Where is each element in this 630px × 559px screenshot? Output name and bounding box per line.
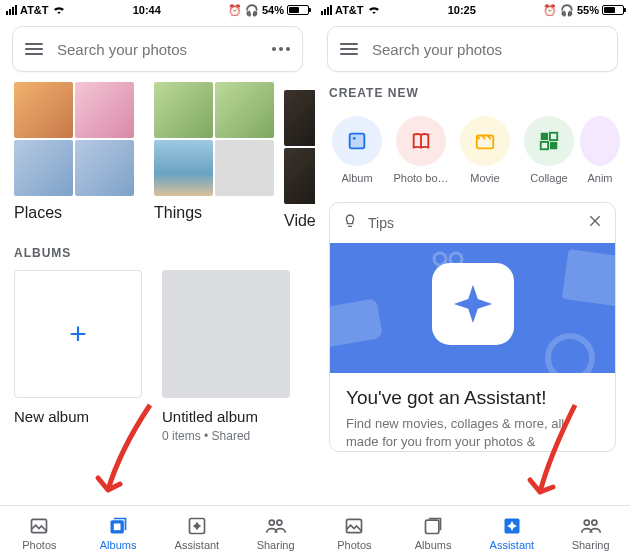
book-icon xyxy=(396,116,446,166)
nav-photos[interactable]: Photos xyxy=(0,506,79,559)
clock: 10:44 xyxy=(66,4,228,16)
albums-row: + New album Untitled album 0 items • Sha… xyxy=(0,270,315,443)
create-animation[interactable]: Anim xyxy=(585,116,615,184)
status-bar: AT&T 10:25 ⏰ 🎧 55% xyxy=(315,0,630,20)
alarm-icon: ⏰ xyxy=(543,4,557,17)
sharing-icon xyxy=(580,515,602,537)
signal-icon xyxy=(6,5,17,15)
thumb xyxy=(14,140,73,196)
menu-icon[interactable] xyxy=(340,43,358,55)
create-label: Album xyxy=(329,172,385,184)
albums-icon xyxy=(422,515,444,537)
battery-pct: 54% xyxy=(262,4,284,16)
thumb xyxy=(154,140,213,196)
nav-label: Sharing xyxy=(257,539,295,551)
new-album-card[interactable]: + New album xyxy=(14,270,142,443)
tips-label: Tips xyxy=(368,215,577,231)
album-title: Untitled album xyxy=(162,408,290,425)
albums-header: ALBUMS xyxy=(0,222,315,270)
svg-point-20 xyxy=(591,520,596,525)
anim-icon xyxy=(580,116,620,166)
nav-label: Sharing xyxy=(572,539,610,551)
nav-photos[interactable]: Photos xyxy=(315,506,394,559)
thumb xyxy=(215,140,274,196)
headphones-icon: 🎧 xyxy=(560,4,574,17)
create-label: Photo bo… xyxy=(393,172,449,184)
tips-card: Tips You've got an Assistant! Find new m… xyxy=(329,202,616,452)
category-label: Things xyxy=(154,204,274,222)
category-places[interactable]: Places xyxy=(14,82,134,222)
albums-icon xyxy=(107,515,129,537)
svg-rect-13 xyxy=(550,142,557,149)
nav-label: Assistant xyxy=(490,539,535,551)
more-icon[interactable] xyxy=(272,47,290,51)
search-bar[interactable]: Search your photos xyxy=(327,26,618,72)
sparkle-icon xyxy=(432,263,514,345)
assistant-icon xyxy=(501,515,523,537)
signal-icon xyxy=(321,5,332,15)
nav-albums[interactable]: Albums xyxy=(79,506,158,559)
assistant-icon xyxy=(186,515,208,537)
category-things[interactable]: Things xyxy=(154,82,274,222)
battery-icon xyxy=(287,5,309,15)
sharing-icon xyxy=(265,515,287,537)
album-icon xyxy=(332,116,382,166)
category-row: Places Things xyxy=(0,82,315,222)
nav-label: Albums xyxy=(415,539,452,551)
close-icon[interactable] xyxy=(587,213,603,233)
nav-sharing[interactable]: Sharing xyxy=(236,506,315,559)
create-label: Anim xyxy=(585,172,615,184)
svg-rect-7 xyxy=(350,134,365,149)
album-title: New album xyxy=(14,408,142,425)
nav-label: Assistant xyxy=(175,539,220,551)
thumb xyxy=(215,82,274,138)
thumb xyxy=(75,140,134,196)
nav-label: Photos xyxy=(22,539,56,551)
create-photobook[interactable]: Photo bo… xyxy=(393,116,449,184)
wifi-icon xyxy=(52,4,66,16)
nav-label: Albums xyxy=(100,539,137,551)
nav-assistant[interactable]: Assistant xyxy=(473,506,552,559)
album-subtitle: 0 items • Shared xyxy=(162,429,290,443)
nav-label: Photos xyxy=(337,539,371,551)
status-bar: AT&T 10:44 ⏰ 🎧 54% xyxy=(0,0,315,20)
create-album[interactable]: Album xyxy=(329,116,385,184)
create-new-header: CREATE NEW xyxy=(315,82,630,110)
assistant-screen: AT&T 10:25 ⏰ 🎧 55% Search your photos CR… xyxy=(315,0,630,559)
svg-point-8 xyxy=(353,137,356,140)
svg-rect-10 xyxy=(541,133,548,140)
svg-rect-12 xyxy=(541,142,548,149)
carrier-label: AT&T xyxy=(335,4,364,16)
clock: 10:25 xyxy=(381,4,543,16)
thumb xyxy=(284,148,315,204)
thumb xyxy=(75,82,134,138)
album-card[interactable]: Untitled album 0 items • Shared xyxy=(162,270,290,443)
svg-rect-17 xyxy=(426,520,439,533)
svg-rect-11 xyxy=(550,133,557,140)
tips-illustration xyxy=(330,243,615,373)
create-movie[interactable]: Movie xyxy=(457,116,513,184)
search-placeholder: Search your photos xyxy=(57,41,258,58)
nav-albums[interactable]: Albums xyxy=(394,506,473,559)
svg-rect-2 xyxy=(114,523,121,530)
search-bar[interactable]: Search your photos xyxy=(12,26,303,72)
thumb xyxy=(154,82,213,138)
create-label: Movie xyxy=(457,172,513,184)
svg-point-4 xyxy=(269,520,274,525)
plus-icon: + xyxy=(69,317,87,351)
menu-icon[interactable] xyxy=(25,43,43,55)
category-videos[interactable]: Videos xyxy=(284,90,315,230)
thumb xyxy=(284,90,315,146)
create-collage[interactable]: Collage xyxy=(521,116,577,184)
photos-icon xyxy=(343,515,365,537)
tips-body: Find new movies, collages & more, all ma… xyxy=(346,415,599,451)
collage-icon xyxy=(524,116,574,166)
bottom-nav: Photos Albums Assistant Sharing xyxy=(0,505,315,559)
battery-icon xyxy=(602,5,624,15)
nav-assistant[interactable]: Assistant xyxy=(158,506,237,559)
nav-sharing[interactable]: Sharing xyxy=(551,506,630,559)
svg-point-19 xyxy=(584,520,589,525)
tips-title: You've got an Assistant! xyxy=(346,387,599,409)
bottom-nav: Photos Albums Assistant Sharing xyxy=(315,505,630,559)
search-placeholder: Search your photos xyxy=(372,41,605,58)
